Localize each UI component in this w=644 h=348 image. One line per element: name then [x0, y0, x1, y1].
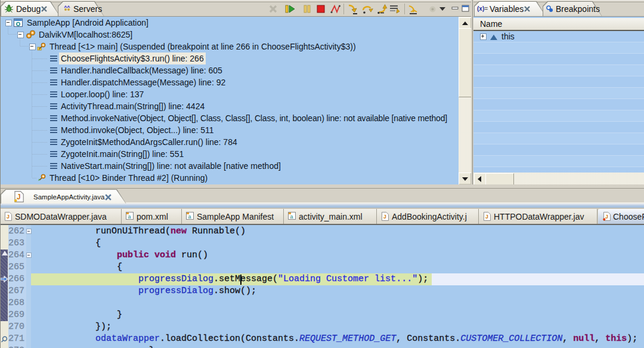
svg-text:J: J	[605, 214, 608, 220]
svg-text:J: J	[383, 214, 386, 220]
svg-text:a: a	[128, 214, 131, 220]
svg-text:J: J	[7, 214, 10, 220]
svg-text:J: J	[485, 214, 488, 220]
svg-text:a: a	[290, 214, 293, 220]
svg-text:J: J	[17, 193, 21, 201]
svg-text:a: a	[188, 214, 191, 220]
